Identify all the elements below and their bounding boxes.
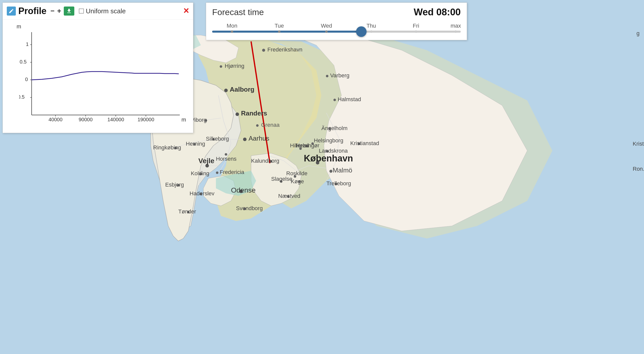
tick-mon [231, 30, 233, 33]
svg-point-31 [256, 124, 259, 127]
zoom-in-button[interactable]: + [57, 7, 61, 15]
svg-text:Hjørring: Hjørring [225, 63, 244, 69]
svg-text:Grenaa: Grenaa [261, 122, 280, 128]
tick-thu [370, 30, 373, 33]
svg-text:1: 1 [26, 41, 29, 47]
slider-label-thu: Thu [367, 23, 376, 29]
pencil-icon [7, 7, 16, 16]
chart-svg: 1 0.5 0 -0.5 40000 90000 140000 [19, 30, 182, 123]
svg-text:Ängelholm: Ängelholm [321, 125, 347, 131]
uniform-scale-label: Uniform scale [86, 7, 126, 15]
svg-text:Ron...: Ron... [633, 166, 644, 172]
forecast-datetime: Wed 08:00 [414, 7, 461, 18]
svg-text:Hillerød: Hillerød [290, 142, 309, 149]
svg-text:Halmstad: Halmstad [338, 96, 361, 102]
download-button[interactable] [64, 7, 74, 16]
svg-text:Ringkøbing: Ringkøbing [153, 144, 181, 151]
svg-text:0: 0 [25, 77, 28, 82]
close-button[interactable]: × [184, 6, 189, 15]
svg-text:Horsens: Horsens [216, 156, 237, 162]
svg-text:0.5: 0.5 [20, 59, 27, 65]
slider-label-max: max [450, 23, 461, 29]
chart-area: m m 1 0.5 0 -0.5 [3, 20, 193, 130]
forecast-title: Forecast time [212, 7, 264, 17]
slider-label-wed: Wed [321, 23, 332, 29]
svg-text:g: g [636, 30, 639, 36]
forecast-header: Forecast time Wed 08:00 [212, 7, 461, 18]
svg-text:-0.5: -0.5 [19, 94, 25, 100]
svg-text:Randers: Randers [241, 109, 267, 117]
svg-text:Slagelse: Slagelse [271, 176, 292, 182]
svg-text:Aalborg: Aalborg [230, 86, 254, 93]
profile-panel: Profile − + Uniform scale × m m 1 [3, 3, 193, 133]
svg-point-49 [216, 171, 218, 174]
svg-text:Kristi...: Kristi... [633, 141, 644, 147]
svg-text:Aarhus: Aarhus [249, 135, 269, 142]
svg-text:Vejle: Vejle [198, 157, 214, 165]
svg-text:Trelleborg: Trelleborg [326, 180, 351, 187]
slider-label-tue: Tue [275, 23, 284, 29]
svg-text:Malmö: Malmö [333, 166, 352, 174]
svg-text:Kolding: Kolding [191, 170, 209, 176]
svg-text:Haderslev: Haderslev [190, 190, 214, 197]
svg-point-21 [262, 49, 265, 52]
svg-point-37 [243, 138, 247, 141]
svg-text:Helsingborg: Helsingborg [314, 137, 343, 144]
svg-text:Odense: Odense [231, 186, 256, 194]
svg-text:Silkeborg: Silkeborg [206, 136, 229, 142]
svg-text:Køge: Køge [291, 178, 304, 185]
slider-container[interactable]: Mon Tue Wed Thu Fri max [212, 22, 461, 34]
svg-point-29 [236, 112, 239, 116]
svg-point-23 [220, 65, 222, 68]
profile-title: Profile [18, 6, 46, 16]
slider-label-fri: Fri [413, 23, 419, 29]
svg-text:Næstved: Næstved [278, 193, 300, 199]
svg-text:Esbjerg: Esbjerg [165, 182, 184, 188]
zoom-out-button[interactable]: − [50, 7, 54, 15]
svg-text:Landskrona: Landskrona [319, 148, 348, 154]
y-axis-label: m [17, 23, 21, 30]
svg-point-73 [329, 170, 332, 173]
tick-tue [278, 30, 280, 33]
svg-text:Kristianstad: Kristianstad [350, 140, 379, 146]
svg-text:Kalundborg: Kalundborg [251, 158, 279, 164]
svg-text:140000: 140000 [107, 117, 124, 122]
svg-text:Frederikshavn: Frederikshavn [267, 46, 302, 53]
slider-track[interactable]: Mon Tue Wed Thu Fri max [212, 31, 461, 33]
uniform-scale-group: Uniform scale [79, 7, 126, 15]
svg-text:Herning: Herning [186, 141, 205, 147]
slider-thumb[interactable] [356, 26, 367, 37]
svg-point-77 [311, 142, 314, 145]
svg-text:Fredericia: Fredericia [220, 169, 245, 175]
svg-text:København: København [304, 153, 353, 163]
slider-track-filled [212, 31, 361, 33]
profile-header: Profile − + Uniform scale × [3, 3, 193, 20]
svg-point-79 [326, 75, 328, 77]
svg-point-39 [225, 153, 227, 156]
svg-text:90000: 90000 [79, 117, 93, 122]
uniform-scale-checkbox[interactable] [79, 9, 84, 14]
tick-wed [325, 30, 328, 33]
tick-max [454, 30, 457, 33]
svg-text:Varberg: Varberg [330, 72, 349, 79]
svg-text:Svendborg: Svendborg [236, 205, 263, 211]
svg-point-81 [333, 99, 336, 101]
tick-fri [415, 30, 417, 33]
svg-text:Tønder: Tønder [178, 208, 196, 215]
svg-text:190000: 190000 [138, 117, 154, 122]
svg-text:40000: 40000 [48, 117, 63, 122]
forecast-panel: Forecast time Wed 08:00 Mon Tue Wed Thu … [206, 3, 467, 40]
svg-point-25 [224, 89, 228, 92]
slider-label-mon: Mon [227, 23, 238, 29]
